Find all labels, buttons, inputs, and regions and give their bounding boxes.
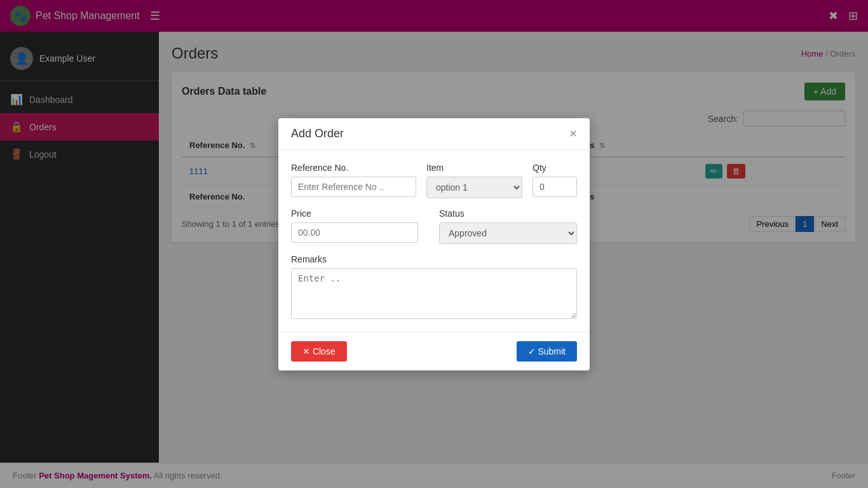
status-select[interactable]: Approved Pending Rejected [439, 222, 577, 244]
field-remarks: Remarks [291, 254, 577, 319]
remarks-label: Remarks [291, 254, 577, 264]
reference-input[interactable] [291, 177, 416, 197]
submit-button[interactable]: ✓ Submit [517, 341, 577, 362]
form-row-1: Reference No. Item option 1 option 2 opt… [291, 163, 577, 198]
qty-input[interactable] [532, 177, 577, 197]
status-label: Status [439, 208, 577, 219]
modal-body: Reference No. Item option 1 option 2 opt… [278, 150, 590, 332]
field-item: Item option 1 option 2 option 3 [426, 163, 522, 198]
field-qty: Qty [532, 163, 577, 198]
field-reference: Reference No. [291, 163, 416, 198]
reference-label: Reference No. [291, 163, 416, 173]
remarks-textarea[interactable] [291, 268, 577, 319]
field-price: Price [291, 208, 429, 244]
qty-label: Qty [532, 163, 577, 173]
close-modal-button[interactable]: ✕ Close [291, 341, 347, 362]
field-status: Status Approved Pending Rejected [439, 208, 577, 244]
modal-overlay: Add Order × Reference No. Item option 1 … [0, 0, 868, 488]
item-select[interactable]: option 1 option 2 option 3 [426, 177, 522, 198]
form-row-2: Price Status Approved Pending Rejected [291, 208, 577, 244]
modal-close-x-button[interactable]: × [569, 127, 577, 140]
modal-footer: ✕ Close ✓ Submit [278, 332, 590, 370]
modal-title: Add Order [291, 127, 344, 140]
price-label: Price [291, 208, 429, 219]
add-order-modal: Add Order × Reference No. Item option 1 … [278, 118, 590, 370]
modal-header: Add Order × [278, 118, 590, 150]
item-label: Item [426, 163, 522, 173]
price-input[interactable] [291, 222, 418, 243]
